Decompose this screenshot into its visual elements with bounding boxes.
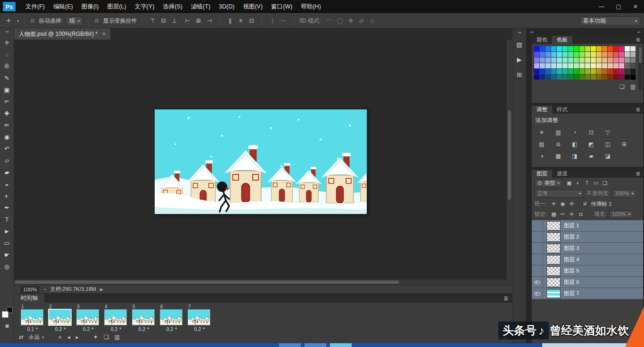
swatch[interactable] — [613, 46, 619, 51]
menu-item[interactable]: 窗口(W) — [267, 0, 297, 13]
lock-transparency-icon[interactable]: ▦ — [550, 210, 558, 218]
swatch[interactable] — [619, 46, 624, 51]
frame-delay-dropdown[interactable]: 0.2▾ — [132, 326, 156, 332]
layer-name[interactable]: 图层 7 — [564, 290, 579, 297]
black-white-icon[interactable]: ◧ — [568, 139, 582, 149]
swatch[interactable] — [596, 63, 602, 68]
unify-visibility-icon[interactable]: ◉ — [559, 200, 567, 208]
swatch[interactable] — [579, 46, 585, 51]
swatch[interactable] — [591, 52, 596, 57]
collapse-dock-icon[interactable]: ◂◂ — [637, 30, 640, 34]
swatch[interactable] — [585, 58, 590, 63]
menu-item[interactable]: 选择(S) — [158, 0, 187, 13]
swatch[interactable] — [596, 46, 602, 51]
levels-icon[interactable]: ▥ — [551, 127, 565, 137]
swatch[interactable] — [608, 52, 613, 57]
menu-item[interactable]: 滤镜(T) — [187, 0, 215, 13]
tab-layers[interactable]: 图层 — [532, 170, 552, 178]
tool-preset-icon[interactable]: ✛ — [4, 16, 14, 25]
move-tool[interactable]: ✛ — [1, 37, 13, 49]
expand-panels-icon[interactable]: ◂◂ — [518, 29, 521, 36]
frame-delay-dropdown[interactable]: 0.1▾ — [21, 326, 44, 332]
swatch[interactable] — [596, 74, 602, 80]
horizontal-scrollbar[interactable] — [14, 279, 506, 285]
swatch[interactable] — [534, 74, 539, 80]
3d-slide-icon[interactable]: ⇄ — [356, 16, 366, 25]
status-options-arrow-icon[interactable]: ▶ — [100, 287, 103, 292]
layer-thumbnail[interactable] — [546, 244, 561, 253]
3d-drag-icon[interactable]: ✥ — [346, 16, 355, 25]
swatch[interactable] — [551, 74, 556, 80]
swatch[interactable] — [551, 63, 556, 68]
vertical-scrollbar[interactable] — [506, 40, 512, 279]
selective-color-icon[interactable]: ◪ — [601, 151, 615, 161]
swatch[interactable] — [613, 52, 619, 57]
swatch[interactable] — [579, 74, 585, 80]
menu-item[interactable]: 图像(I) — [77, 0, 103, 13]
menu-item[interactable]: 文字(Y) — [131, 0, 159, 13]
swatch[interactable] — [545, 52, 551, 57]
swatch[interactable] — [585, 46, 590, 51]
swatch[interactable] — [557, 69, 562, 74]
swatch[interactable] — [540, 69, 545, 74]
swatch[interactable] — [540, 46, 545, 51]
swatch[interactable] — [585, 52, 590, 57]
lasso-tool[interactable]: ✇ — [1, 60, 13, 72]
swatch[interactable] — [613, 69, 619, 74]
duplicate-frame-button[interactable]: ❏ — [104, 334, 109, 340]
swatch[interactable] — [602, 58, 607, 63]
layer-row[interactable]: 图层 1 — [532, 220, 643, 231]
swatch[interactable] — [625, 63, 630, 68]
swatch[interactable] — [585, 69, 590, 74]
canvas-image[interactable] — [155, 109, 367, 214]
swatch[interactable] — [608, 69, 613, 74]
foreground-background-swatch[interactable] — [2, 307, 13, 318]
menu-item[interactable]: 帮助(H) — [297, 0, 325, 13]
swatch[interactable] — [608, 58, 613, 63]
swatch[interactable] — [630, 69, 636, 74]
frame-delay-dropdown[interactable]: 0.2▾ — [49, 326, 72, 332]
swatch[interactable] — [602, 46, 607, 51]
pen-tool[interactable]: ✒ — [1, 202, 13, 214]
swatch[interactable] — [534, 46, 539, 51]
swatch[interactable] — [562, 52, 568, 57]
layer-row[interactable]: 图层 3 — [532, 243, 643, 254]
timeline-frame[interactable]: 7 0.2▾ — [188, 304, 211, 332]
blur-tool[interactable]: ◒ — [1, 178, 13, 190]
swatch[interactable] — [545, 63, 551, 68]
brush-tool[interactable]: ✏ — [1, 119, 13, 131]
swatch[interactable] — [630, 52, 636, 57]
3d-roll-icon[interactable]: ◯ — [335, 16, 345, 25]
swatch[interactable] — [591, 74, 596, 80]
swatch[interactable] — [630, 58, 636, 63]
filter-shape-icon[interactable]: ▭ — [592, 179, 600, 187]
show-transform-checkbox[interactable] — [94, 18, 99, 24]
distribute-spacing-icon[interactable]: ⊡ — [247, 16, 256, 25]
curves-icon[interactable]: ◔ — [568, 127, 582, 137]
swatch[interactable] — [534, 52, 539, 57]
lock-all-icon[interactable]: ◘ — [577, 210, 585, 218]
swatch[interactable] — [579, 52, 585, 57]
swatch[interactable] — [630, 63, 636, 68]
swatch[interactable] — [596, 69, 602, 74]
auto-select-checkbox[interactable] — [30, 18, 35, 24]
quick-mask-button[interactable]: ◙ — [0, 322, 14, 329]
taskbar-item[interactable] — [305, 343, 326, 347]
quick-selection-tool[interactable]: ✎ — [1, 72, 13, 84]
layer-filter-dropdown[interactable]: ⊙ 类型▾ — [535, 179, 562, 187]
swatch[interactable] — [557, 46, 562, 51]
swatch[interactable] — [568, 74, 573, 80]
auto-select-dropdown[interactable]: 组▾ — [66, 17, 83, 25]
swatches-scrollbar-thumb[interactable] — [639, 47, 642, 63]
align-right-edges-icon[interactable]: ⊣ — [204, 16, 214, 25]
channel-mixer-icon[interactable]: ◫ — [601, 139, 615, 149]
3d-scale-icon[interactable]: ◇ — [367, 16, 377, 25]
clone-stamp-tool[interactable]: ◉ — [1, 131, 13, 143]
swatch[interactable] — [551, 52, 556, 57]
swatch[interactable] — [574, 58, 579, 63]
taskbar-item[interactable] — [279, 343, 301, 347]
align-horizontal-centers-icon[interactable]: ⊞ — [193, 16, 203, 25]
unify-style-icon[interactable]: ✣ — [568, 200, 576, 208]
swatch[interactable] — [540, 52, 545, 57]
menu-item[interactable]: 3D(D) — [215, 0, 239, 13]
